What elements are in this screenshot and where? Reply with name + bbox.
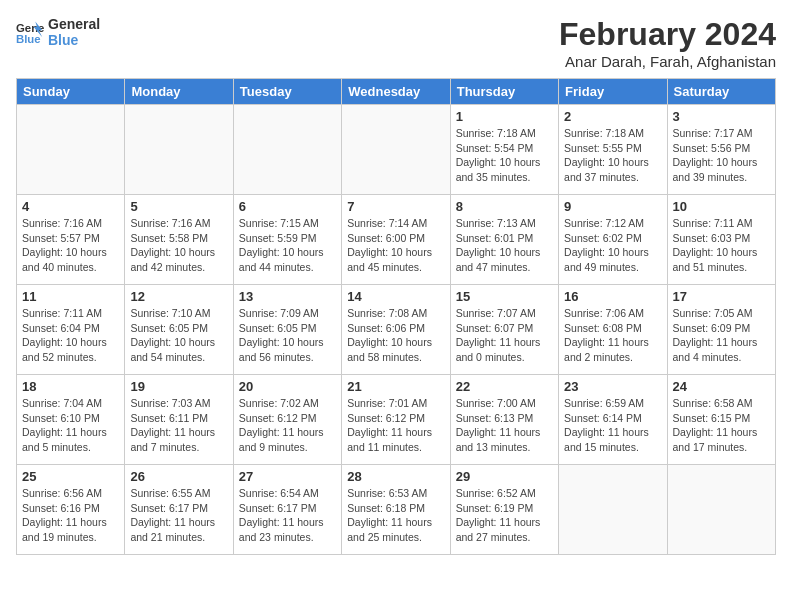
- calendar-cell: 5Sunrise: 7:16 AM Sunset: 5:58 PM Daylig…: [125, 195, 233, 285]
- day-number: 28: [347, 469, 444, 484]
- calendar-cell: 1Sunrise: 7:18 AM Sunset: 5:54 PM Daylig…: [450, 105, 558, 195]
- day-number: 18: [22, 379, 119, 394]
- location-title: Anar Darah, Farah, Afghanistan: [559, 53, 776, 70]
- calendar-cell: 25Sunrise: 6:56 AM Sunset: 6:16 PM Dayli…: [17, 465, 125, 555]
- day-info: Sunrise: 6:54 AM Sunset: 6:17 PM Dayligh…: [239, 486, 336, 545]
- calendar-cell: 15Sunrise: 7:07 AM Sunset: 6:07 PM Dayli…: [450, 285, 558, 375]
- calendar-cell: 12Sunrise: 7:10 AM Sunset: 6:05 PM Dayli…: [125, 285, 233, 375]
- day-info: Sunrise: 7:11 AM Sunset: 6:03 PM Dayligh…: [673, 216, 770, 275]
- day-info: Sunrise: 7:06 AM Sunset: 6:08 PM Dayligh…: [564, 306, 661, 365]
- logo-line1: General: [48, 16, 100, 32]
- day-info: Sunrise: 6:58 AM Sunset: 6:15 PM Dayligh…: [673, 396, 770, 455]
- day-number: 4: [22, 199, 119, 214]
- day-info: Sunrise: 7:16 AM Sunset: 5:58 PM Dayligh…: [130, 216, 227, 275]
- day-info: Sunrise: 7:09 AM Sunset: 6:05 PM Dayligh…: [239, 306, 336, 365]
- calendar-cell: 4Sunrise: 7:16 AM Sunset: 5:57 PM Daylig…: [17, 195, 125, 285]
- day-info: Sunrise: 7:18 AM Sunset: 5:54 PM Dayligh…: [456, 126, 553, 185]
- month-title: February 2024: [559, 16, 776, 53]
- day-info: Sunrise: 7:16 AM Sunset: 5:57 PM Dayligh…: [22, 216, 119, 275]
- day-info: Sunrise: 7:00 AM Sunset: 6:13 PM Dayligh…: [456, 396, 553, 455]
- day-info: Sunrise: 6:53 AM Sunset: 6:18 PM Dayligh…: [347, 486, 444, 545]
- svg-text:Blue: Blue: [16, 33, 41, 45]
- weekday-header-friday: Friday: [559, 79, 667, 105]
- day-number: 16: [564, 289, 661, 304]
- calendar-cell: 29Sunrise: 6:52 AM Sunset: 6:19 PM Dayli…: [450, 465, 558, 555]
- calendar-cell: 8Sunrise: 7:13 AM Sunset: 6:01 PM Daylig…: [450, 195, 558, 285]
- calendar-cell: 3Sunrise: 7:17 AM Sunset: 5:56 PM Daylig…: [667, 105, 775, 195]
- day-number: 21: [347, 379, 444, 394]
- day-info: Sunrise: 7:02 AM Sunset: 6:12 PM Dayligh…: [239, 396, 336, 455]
- day-info: Sunrise: 7:03 AM Sunset: 6:11 PM Dayligh…: [130, 396, 227, 455]
- day-info: Sunrise: 7:10 AM Sunset: 6:05 PM Dayligh…: [130, 306, 227, 365]
- day-info: Sunrise: 7:18 AM Sunset: 5:55 PM Dayligh…: [564, 126, 661, 185]
- calendar-cell: 23Sunrise: 6:59 AM Sunset: 6:14 PM Dayli…: [559, 375, 667, 465]
- day-info: Sunrise: 7:15 AM Sunset: 5:59 PM Dayligh…: [239, 216, 336, 275]
- title-block: February 2024 Anar Darah, Farah, Afghani…: [559, 16, 776, 70]
- week-row-1: 1Sunrise: 7:18 AM Sunset: 5:54 PM Daylig…: [17, 105, 776, 195]
- calendar-cell: 17Sunrise: 7:05 AM Sunset: 6:09 PM Dayli…: [667, 285, 775, 375]
- day-info: Sunrise: 6:56 AM Sunset: 6:16 PM Dayligh…: [22, 486, 119, 545]
- day-info: Sunrise: 7:05 AM Sunset: 6:09 PM Dayligh…: [673, 306, 770, 365]
- day-info: Sunrise: 7:17 AM Sunset: 5:56 PM Dayligh…: [673, 126, 770, 185]
- calendar-cell: [233, 105, 341, 195]
- weekday-header-wednesday: Wednesday: [342, 79, 450, 105]
- day-number: 15: [456, 289, 553, 304]
- day-info: Sunrise: 7:01 AM Sunset: 6:12 PM Dayligh…: [347, 396, 444, 455]
- page-header: General Blue General Blue February 2024 …: [16, 16, 776, 70]
- day-info: Sunrise: 7:11 AM Sunset: 6:04 PM Dayligh…: [22, 306, 119, 365]
- day-number: 19: [130, 379, 227, 394]
- day-info: Sunrise: 7:12 AM Sunset: 6:02 PM Dayligh…: [564, 216, 661, 275]
- weekday-header-tuesday: Tuesday: [233, 79, 341, 105]
- day-info: Sunrise: 7:04 AM Sunset: 6:10 PM Dayligh…: [22, 396, 119, 455]
- day-info: Sunrise: 6:52 AM Sunset: 6:19 PM Dayligh…: [456, 486, 553, 545]
- logo: General Blue General Blue: [16, 16, 100, 48]
- calendar-table: SundayMondayTuesdayWednesdayThursdayFrid…: [16, 78, 776, 555]
- calendar-cell: 6Sunrise: 7:15 AM Sunset: 5:59 PM Daylig…: [233, 195, 341, 285]
- day-number: 9: [564, 199, 661, 214]
- day-number: 24: [673, 379, 770, 394]
- calendar-cell: 26Sunrise: 6:55 AM Sunset: 6:17 PM Dayli…: [125, 465, 233, 555]
- calendar-cell: [559, 465, 667, 555]
- day-number: 29: [456, 469, 553, 484]
- day-number: 1: [456, 109, 553, 124]
- calendar-cell: 2Sunrise: 7:18 AM Sunset: 5:55 PM Daylig…: [559, 105, 667, 195]
- week-row-4: 18Sunrise: 7:04 AM Sunset: 6:10 PM Dayli…: [17, 375, 776, 465]
- day-number: 22: [456, 379, 553, 394]
- calendar-cell: [125, 105, 233, 195]
- weekday-header-row: SundayMondayTuesdayWednesdayThursdayFrid…: [17, 79, 776, 105]
- day-info: Sunrise: 6:55 AM Sunset: 6:17 PM Dayligh…: [130, 486, 227, 545]
- week-row-2: 4Sunrise: 7:16 AM Sunset: 5:57 PM Daylig…: [17, 195, 776, 285]
- calendar-cell: 22Sunrise: 7:00 AM Sunset: 6:13 PM Dayli…: [450, 375, 558, 465]
- calendar-cell: 28Sunrise: 6:53 AM Sunset: 6:18 PM Dayli…: [342, 465, 450, 555]
- calendar-cell: 21Sunrise: 7:01 AM Sunset: 6:12 PM Dayli…: [342, 375, 450, 465]
- day-number: 13: [239, 289, 336, 304]
- calendar-cell: 16Sunrise: 7:06 AM Sunset: 6:08 PM Dayli…: [559, 285, 667, 375]
- day-number: 8: [456, 199, 553, 214]
- calendar-cell: 9Sunrise: 7:12 AM Sunset: 6:02 PM Daylig…: [559, 195, 667, 285]
- logo-icon: General Blue: [16, 18, 44, 46]
- day-number: 27: [239, 469, 336, 484]
- day-info: Sunrise: 7:14 AM Sunset: 6:00 PM Dayligh…: [347, 216, 444, 275]
- week-row-3: 11Sunrise: 7:11 AM Sunset: 6:04 PM Dayli…: [17, 285, 776, 375]
- day-number: 17: [673, 289, 770, 304]
- day-number: 3: [673, 109, 770, 124]
- day-number: 25: [22, 469, 119, 484]
- calendar-cell: 24Sunrise: 6:58 AM Sunset: 6:15 PM Dayli…: [667, 375, 775, 465]
- calendar-cell: 10Sunrise: 7:11 AM Sunset: 6:03 PM Dayli…: [667, 195, 775, 285]
- day-number: 6: [239, 199, 336, 214]
- calendar-cell: 19Sunrise: 7:03 AM Sunset: 6:11 PM Dayli…: [125, 375, 233, 465]
- weekday-header-sunday: Sunday: [17, 79, 125, 105]
- day-number: 11: [22, 289, 119, 304]
- calendar-cell: 14Sunrise: 7:08 AM Sunset: 6:06 PM Dayli…: [342, 285, 450, 375]
- calendar-cell: 27Sunrise: 6:54 AM Sunset: 6:17 PM Dayli…: [233, 465, 341, 555]
- day-info: Sunrise: 7:07 AM Sunset: 6:07 PM Dayligh…: [456, 306, 553, 365]
- calendar-cell: 20Sunrise: 7:02 AM Sunset: 6:12 PM Dayli…: [233, 375, 341, 465]
- calendar-cell: [342, 105, 450, 195]
- calendar-cell: 18Sunrise: 7:04 AM Sunset: 6:10 PM Dayli…: [17, 375, 125, 465]
- day-number: 23: [564, 379, 661, 394]
- weekday-header-monday: Monday: [125, 79, 233, 105]
- day-number: 5: [130, 199, 227, 214]
- day-number: 7: [347, 199, 444, 214]
- day-number: 20: [239, 379, 336, 394]
- day-number: 14: [347, 289, 444, 304]
